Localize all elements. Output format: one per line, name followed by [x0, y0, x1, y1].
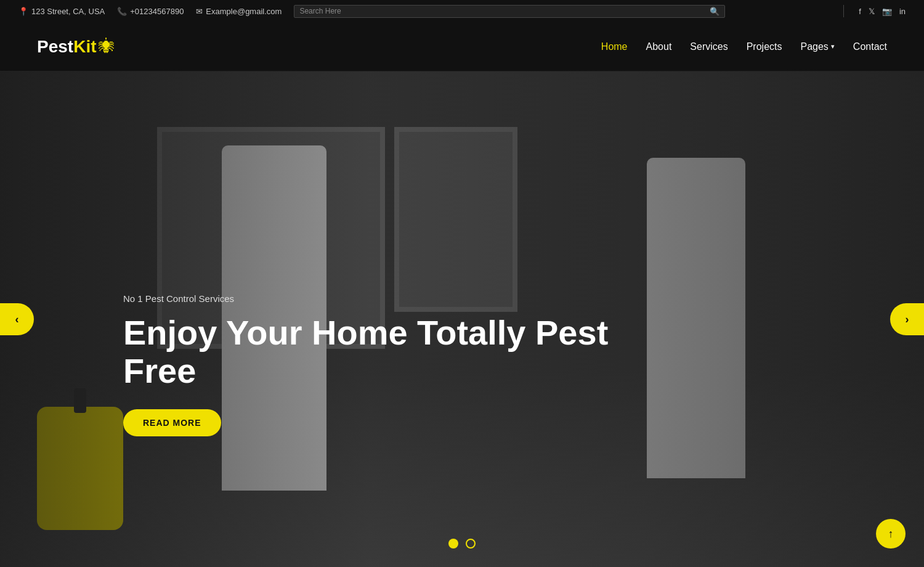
nav-link-about[interactable]: About	[646, 41, 672, 52]
topbar-divider	[843, 5, 844, 17]
linkedin-icon[interactable]: in	[899, 7, 906, 16]
slider-dot-1[interactable]	[448, 539, 458, 549]
twitter-icon[interactable]: 𝕏	[869, 7, 875, 16]
location-icon: 📍	[18, 7, 28, 16]
facebook-icon[interactable]: f	[859, 7, 861, 16]
phone-text: +01234567890	[130, 7, 184, 16]
spider-icon: 🕷	[99, 37, 115, 56]
nav-link-home[interactable]: Home	[601, 41, 628, 52]
nav-links: Home About Services Projects Pages ▾ Con…	[601, 41, 887, 52]
chevron-down-icon: ▾	[831, 43, 835, 51]
logo-pest: Pest	[37, 37, 73, 56]
email-icon: ✉	[196, 7, 203, 16]
hero-title: Enjoy Your Home Totally Pest Free	[123, 314, 628, 390]
nav-item-services[interactable]: Services	[690, 41, 727, 52]
slider-prev-button[interactable]: ‹	[0, 303, 34, 335]
slider-dot-2[interactable]	[466, 539, 476, 549]
top-bar-info: 📍 123 Street, CA, USA 📞 +01234567890 ✉ E…	[18, 5, 829, 18]
search-bar[interactable]: 🔍	[294, 5, 725, 18]
slider-next-button[interactable]: ›	[890, 303, 924, 335]
address-item: 📍 123 Street, CA, USA	[18, 7, 105, 16]
logo: PestKit 🕷	[37, 37, 601, 57]
nav-item-pages[interactable]: Pages ▾	[800, 41, 834, 52]
phone-icon: 📞	[117, 7, 127, 16]
hero-section: No 1 Pest Control Services Enjoy Your Ho…	[0, 71, 924, 567]
hero-content: No 1 Pest Control Services Enjoy Your Ho…	[123, 293, 628, 436]
nav-link-pages[interactable]: Pages ▾	[800, 41, 834, 52]
nav-link-services[interactable]: Services	[690, 41, 727, 52]
email-text: Example@gmail.com	[206, 7, 282, 16]
top-bar: 📍 123 Street, CA, USA 📞 +01234567890 ✉ E…	[0, 0, 924, 22]
read-more-button[interactable]: READ MORE	[123, 409, 221, 436]
email-item: ✉ Example@gmail.com	[196, 7, 282, 16]
nav-link-contact[interactable]: Contact	[853, 41, 887, 52]
nav-item-about[interactable]: About	[646, 41, 672, 52]
instagram-icon[interactable]: 📷	[882, 7, 892, 16]
nav-item-home[interactable]: Home	[601, 41, 628, 52]
phone-item: 📞 +01234567890	[117, 7, 184, 16]
logo-text: PestKit	[37, 37, 96, 57]
nav-item-contact[interactable]: Contact	[853, 41, 887, 52]
navbar: PestKit 🕷 Home About Services Projects P…	[0, 22, 924, 71]
scroll-to-top-button[interactable]: ↑	[876, 519, 906, 549]
search-button[interactable]: 🔍	[710, 7, 719, 16]
address-text: 123 Street, CA, USA	[31, 7, 105, 16]
slider-dots	[448, 539, 476, 549]
nav-link-projects[interactable]: Projects	[747, 41, 782, 52]
nav-item-projects[interactable]: Projects	[747, 41, 782, 52]
social-icons: f 𝕏 📷 in	[859, 7, 906, 16]
hero-subtitle: No 1 Pest Control Services	[123, 293, 628, 304]
search-input[interactable]	[299, 7, 710, 15]
logo-kit: Kit	[73, 37, 96, 56]
